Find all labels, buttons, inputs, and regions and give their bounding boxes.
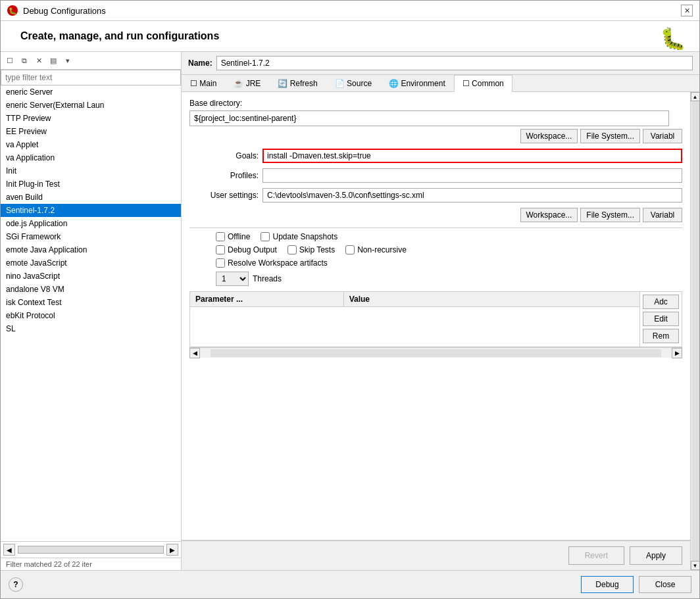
list-item[interactable]: va Applet — [1, 138, 181, 151]
filter-input[interactable] — [1, 70, 181, 85]
tabs-row: ☐ Main ☕ JRE 🔄 Refresh 📄 Source 🌐 Enviro… — [182, 75, 699, 92]
list-item[interactable]: eneric Server — [1, 85, 181, 99]
right-panel-inner: Base directory: Workspace... File System… — [182, 92, 699, 570]
list-item[interactable]: Init — [1, 164, 181, 178]
list-item[interactable]: andalone V8 VM — [1, 283, 181, 296]
variables-button-2[interactable]: Variabl — [643, 208, 682, 222]
profiles-input[interactable] — [262, 168, 682, 183]
tab-refresh[interactable]: 🔄 Refresh — [269, 75, 326, 91]
right-panel: Name: ☐ Main ☕ JRE 🔄 Refresh 📄 Source 🌐 … — [182, 52, 699, 570]
close-button[interactable]: Close — [639, 576, 691, 593]
name-label: Name: — [188, 59, 213, 68]
new-configuration-button[interactable]: ☐ — [3, 54, 16, 67]
left-toolbar: ☐ ⧉ ✕ ▤ ▾ — [1, 52, 181, 70]
list-item[interactable]: isk Context Test — [1, 296, 181, 309]
list-item[interactable]: emote Java Application — [1, 243, 181, 256]
title-bar-left: 🐛 Debug Configurations — [7, 5, 106, 16]
apply-button[interactable]: Apply — [630, 546, 682, 565]
update-snapshots-checkbox-label[interactable]: Update Snapshots — [261, 232, 338, 241]
delete-configuration-button[interactable]: ✕ — [32, 54, 45, 67]
checkbox-row-3: Resolve Workspace artifacts — [189, 258, 682, 268]
non-recursive-checkbox[interactable] — [345, 245, 355, 254]
list-item[interactable]: EE Preview — [1, 125, 181, 138]
base-directory-row: Base directory: — [189, 99, 682, 108]
update-snapshots-checkbox[interactable] — [261, 232, 270, 241]
revert-button[interactable]: Revert — [568, 546, 624, 565]
horizontal-scrollbar[interactable] — [18, 546, 164, 554]
help-button[interactable]: ? — [9, 577, 23, 592]
tab-source[interactable]: 📄 Source — [326, 75, 380, 91]
list-item-selected[interactable]: Sentinel-1.7.2 — [1, 204, 181, 217]
vertical-scroll-track[interactable] — [691, 101, 699, 561]
main-content: ☐ ⧉ ✕ ▤ ▾ eneric Server eneric Server(Ex… — [1, 52, 699, 570]
offline-checkbox[interactable] — [216, 232, 225, 241]
threads-label: Threads — [253, 274, 282, 283]
add-param-button[interactable]: Adc — [643, 295, 679, 309]
edit-param-button[interactable]: Edit — [643, 312, 679, 326]
tab-main[interactable]: ☐ Main — [182, 75, 225, 91]
list-item[interactable]: ebKit Protocol — [1, 309, 181, 322]
resolve-workspace-label: Resolve Workspace artifacts — [228, 258, 328, 268]
debug-output-label: Debug Output — [228, 245, 277, 254]
non-recursive-checkbox-label[interactable]: Non-recursive — [345, 245, 407, 254]
user-settings-row: User settings: — [189, 188, 682, 203]
tab-common[interactable]: ☐ Common — [454, 75, 512, 92]
scroll-right-button[interactable]: ▶ — [166, 544, 178, 556]
resolve-workspace-checkbox[interactable] — [216, 258, 225, 268]
list-item[interactable]: nino JavaScript — [1, 270, 181, 283]
scroll-left-button[interactable]: ◀ — [3, 544, 15, 556]
user-settings-input[interactable] — [262, 188, 682, 203]
skip-tests-label: Skip Tests — [299, 245, 335, 254]
bug-icon: 🐛 — [660, 26, 686, 51]
skip-tests-checkbox[interactable] — [288, 245, 297, 254]
user-settings-btn-row: Workspace... File System... Variabl — [189, 208, 682, 222]
filter-configuration-button[interactable]: ▤ — [47, 54, 60, 67]
debug-output-checkbox[interactable] — [216, 245, 225, 254]
workspace-button-1[interactable]: Workspace... — [520, 129, 578, 143]
list-item[interactable]: Init Plug-in Test — [1, 178, 181, 191]
resolve-workspace-checkbox-label[interactable]: Resolve Workspace artifacts — [216, 258, 328, 268]
dialog-close-button[interactable]: ✕ — [681, 5, 693, 16]
list-item[interactable]: emote JavaScript — [1, 256, 181, 270]
scroll-up-button[interactable]: ▲ — [691, 92, 700, 101]
base-directory-input[interactable] — [189, 110, 669, 126]
header-section: Create, manage, and run configurations 🐛 — [1, 21, 699, 52]
list-item[interactable]: SGi Framework — [1, 230, 181, 243]
tab-environment[interactable]: 🌐 Environment — [380, 75, 454, 91]
variables-button-1[interactable]: Variabl — [643, 129, 682, 143]
title-bar: 🐛 Debug Configurations ✕ — [1, 1, 699, 21]
separator — [189, 228, 682, 228]
goals-input[interactable] — [262, 149, 682, 163]
offline-label: Offline — [228, 232, 250, 241]
scroll-left-btn[interactable]: ◀ — [189, 348, 200, 358]
action-bar: Revert Apply — [182, 540, 690, 570]
params-actions: Adc Edit Rem — [639, 292, 682, 347]
copy-configuration-button[interactable]: ⧉ — [18, 54, 31, 67]
debug-configurations-dialog: 🐛 Debug Configurations ✕ Create, manage,… — [0, 0, 700, 599]
horizontal-scroll-track[interactable] — [211, 349, 661, 357]
workspace-button-2[interactable]: Workspace... — [520, 208, 578, 222]
list-item[interactable]: SL — [1, 322, 181, 335]
remove-param-button[interactable]: Rem — [643, 329, 679, 343]
filesystem-button-2[interactable]: File System... — [580, 208, 640, 222]
offline-checkbox-label[interactable]: Offline — [216, 232, 250, 241]
scroll-down-button[interactable]: ▼ — [691, 561, 700, 570]
list-item[interactable]: va Application — [1, 151, 181, 164]
name-input[interactable] — [216, 56, 693, 70]
scroll-right-btn[interactable]: ▶ — [672, 348, 682, 358]
threads-select[interactable]: 1 2 4 — [216, 272, 249, 286]
collapse-configuration-button[interactable]: ▾ — [61, 54, 74, 67]
parameter-col-header: Parameter ... — [190, 292, 344, 306]
debug-button[interactable]: Debug — [581, 576, 634, 593]
debug-output-checkbox-label[interactable]: Debug Output — [216, 245, 277, 254]
skip-tests-checkbox-label[interactable]: Skip Tests — [288, 245, 335, 254]
tab-jre[interactable]: ☕ JRE — [225, 75, 269, 91]
list-item[interactable]: TTP Preview — [1, 112, 181, 125]
list-item[interactable]: eneric Server(External Laun — [1, 99, 181, 112]
header-title: Create, manage, and run configurations — [20, 30, 219, 41]
filesystem-button-1[interactable]: File System... — [580, 129, 640, 143]
list-item[interactable]: aven Build — [1, 191, 181, 204]
parameters-section: Parameter ... Value Adc Edit Rem — [189, 291, 682, 347]
list-item[interactable]: ode.js Application — [1, 217, 181, 230]
filter-status: Filter matched 22 of 22 iter — [1, 558, 181, 570]
